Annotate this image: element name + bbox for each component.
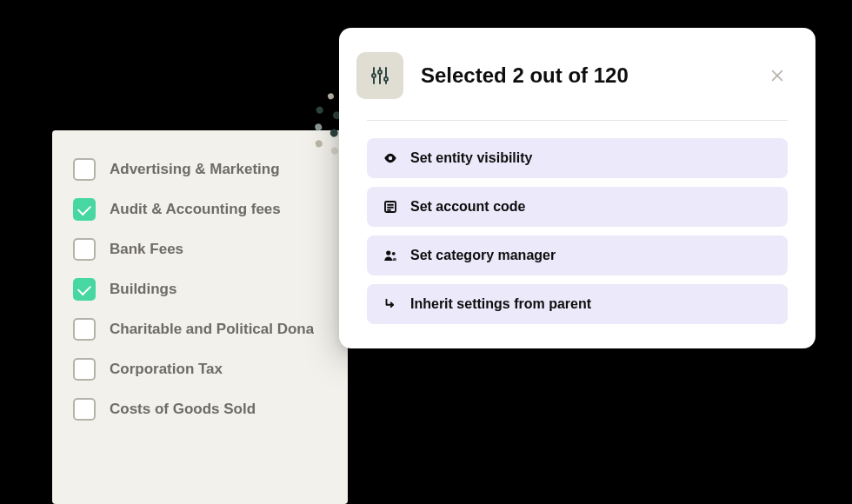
- people-icon: [383, 248, 398, 263]
- list-item-label: Buildings: [110, 281, 176, 298]
- list-item[interactable]: Charitable and Political Dona: [73, 318, 327, 341]
- checkbox[interactable]: [73, 398, 96, 421]
- svg-point-2: [372, 74, 376, 77]
- action-label: Inherit settings from parent: [410, 296, 591, 312]
- action-label: Set entity visibility: [410, 150, 532, 166]
- return-icon: [383, 296, 398, 312]
- list-item[interactable]: Bank Fees: [73, 238, 327, 261]
- close-button[interactable]: [767, 65, 788, 86]
- checkbox[interactable]: [73, 318, 96, 341]
- modal-title: Selected 2 out of 120: [421, 63, 749, 88]
- list-item[interactable]: Corporation Tax: [73, 358, 327, 381]
- list-item-label: Audit & Accounting fees: [110, 201, 281, 218]
- svg-point-15: [386, 250, 390, 255]
- action-label: Set account code: [410, 199, 525, 215]
- checkbox[interactable]: [73, 278, 96, 301]
- checkbox[interactable]: [73, 238, 96, 261]
- list-item[interactable]: Buildings: [73, 278, 327, 301]
- checkbox[interactable]: [73, 198, 96, 221]
- svg-point-16: [392, 252, 396, 255]
- list-item[interactable]: Advertising & Marketing: [73, 158, 327, 181]
- list-item-label: Costs of Goods Sold: [110, 401, 256, 418]
- svg-point-8: [384, 77, 388, 81]
- checkbox[interactable]: [73, 358, 96, 381]
- list-icon: [383, 199, 398, 215]
- action-set-category-manager[interactable]: Set category manager: [367, 235, 788, 275]
- action-set-entity-visibility[interactable]: Set entity visibility: [367, 138, 788, 178]
- modal-header: Selected 2 out of 120: [367, 52, 788, 121]
- filter-icon: [356, 52, 403, 99]
- list-item[interactable]: Audit & Accounting fees: [73, 198, 327, 221]
- action-inherit-from-parent[interactable]: Inherit settings from parent: [367, 284, 788, 324]
- action-set-account-code[interactable]: Set account code: [367, 187, 788, 227]
- eye-icon: [383, 150, 398, 166]
- action-label: Set category manager: [410, 248, 556, 263]
- checkbox[interactable]: [73, 158, 96, 181]
- list-item-label: Advertising & Marketing: [110, 161, 280, 178]
- list-item-label: Bank Fees: [110, 241, 183, 258]
- list-item-label: Corporation Tax: [110, 361, 223, 378]
- bulk-actions-modal: Selected 2 out of 120 Set entity visibil…: [339, 28, 815, 348]
- category-list-panel: Advertising & Marketing Audit & Accounti…: [52, 130, 348, 504]
- svg-point-5: [378, 70, 382, 74]
- list-item-label: Charitable and Political Dona: [110, 321, 314, 338]
- list-item[interactable]: Costs of Goods Sold: [73, 398, 327, 421]
